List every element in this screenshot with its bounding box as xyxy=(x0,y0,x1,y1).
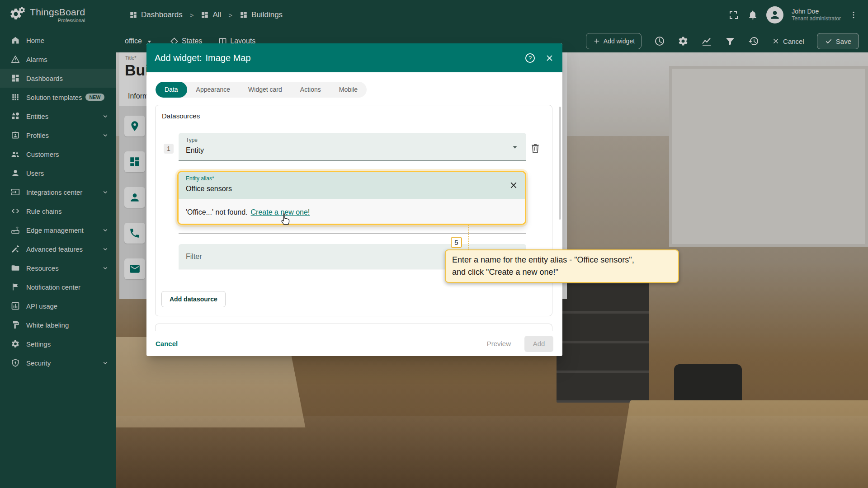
add-datasource-label: Add datasource xyxy=(170,296,217,303)
add-datasource-button[interactable]: Add datasource xyxy=(161,291,226,307)
dialog-add-button[interactable]: Add xyxy=(524,336,553,352)
type-value: Entity xyxy=(186,146,204,155)
filter-placeholder: Filter xyxy=(186,244,202,269)
add-widget-dialog: Add widget: Image Map ? DataAppearanceWi… xyxy=(146,43,562,356)
svg-text:?: ? xyxy=(528,55,532,61)
tab-widget-card[interactable]: Widget card xyxy=(239,82,291,98)
caret-down-icon xyxy=(510,142,520,152)
tab-actions[interactable]: Actions xyxy=(291,82,330,98)
dialog-title-name: Image Map xyxy=(206,53,251,63)
entity-alias-input[interactable]: Entity alias* Office sensors xyxy=(179,172,525,199)
dialog-title: Add widget: Image Map xyxy=(155,53,251,63)
dialog-title-prefix: Add widget: xyxy=(155,53,202,63)
alias-not-found-text: 'Office...' not found. xyxy=(186,208,248,216)
dialog-cancel-button[interactable]: Cancel xyxy=(156,340,178,347)
dialog-close-icon[interactable] xyxy=(545,53,554,63)
mouse-cursor xyxy=(279,212,291,226)
dialog-footer: Cancel Preview Add xyxy=(146,331,562,356)
tooltip-line-1: Enter a name for the entity alias - "Off… xyxy=(452,254,672,266)
datasource-index: 1 xyxy=(164,144,174,154)
tooltip-step-badge: 5 xyxy=(451,237,462,248)
tooltip-connector-line xyxy=(468,225,469,249)
dialog-scrollbar[interactable] xyxy=(559,107,561,220)
tab-mobile[interactable]: Mobile xyxy=(330,82,367,98)
dialog-preview-button[interactable]: Preview xyxy=(487,340,511,347)
next-section-card xyxy=(155,324,552,331)
datasource-type-select[interactable]: Type Entity xyxy=(179,133,526,161)
delete-datasource-icon[interactable] xyxy=(530,143,541,154)
tab-data[interactable]: Data xyxy=(156,82,187,98)
tab-appearance[interactable]: Appearance xyxy=(187,82,240,98)
help-icon[interactable]: ? xyxy=(524,52,536,64)
dialog-tabs: DataAppearanceWidget cardActionsMobile xyxy=(156,82,367,98)
entity-alias-highlight: Entity alias* Office sensors 'Office...'… xyxy=(177,171,526,225)
clear-alias-icon[interactable] xyxy=(509,180,519,190)
alias-suggestion-panel: 'Office...' not found. Create a new one! xyxy=(179,199,525,225)
dialog-header: Add widget: Image Map ? xyxy=(146,43,562,72)
type-label: Type xyxy=(186,137,198,143)
datasources-heading: Datasources xyxy=(162,112,200,120)
entity-alias-value: Office sensors xyxy=(186,185,232,193)
tooltip-line-2: and click "Create a new one!" xyxy=(452,266,672,278)
onboarding-tooltip: Enter a name for the entity alias - "Off… xyxy=(445,249,679,283)
entity-alias-label: Entity alias* xyxy=(186,175,214,182)
field-underline xyxy=(179,233,526,234)
